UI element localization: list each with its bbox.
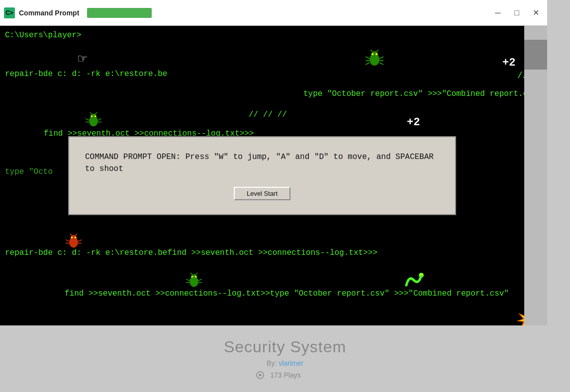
modal-message: COMMAND PROMPT OPEN: Press "W" to jump, … (85, 151, 439, 175)
close-button[interactable]: ✕ (528, 5, 543, 20)
title-bar-progress (87, 8, 152, 18)
scrollbar[interactable] (524, 0, 547, 325)
level-start-button[interactable]: Level Start (234, 187, 290, 200)
game-title: Security System (224, 338, 346, 356)
scrollbar-thumb[interactable] (524, 40, 547, 70)
minimize-button[interactable]: ─ (490, 5, 505, 20)
game-area: C:\Users\player> ☞ repair-bde c: d: -rk … (0, 26, 524, 325)
author-link[interactable]: vlarimer (279, 359, 303, 367)
title-bar-title: Command Prompt (19, 9, 79, 17)
svg-marker-53 (259, 374, 262, 377)
modal-box: COMMAND PROMPT OPEN: Press "W" to jump, … (68, 136, 456, 215)
play-icon (256, 371, 264, 379)
title-bar: C> Command Prompt ─ □ ✕ (0, 0, 547, 26)
modal-overlay: COMMAND PROMPT OPEN: Press "W" to jump, … (0, 26, 524, 325)
by-line: By: vlarimer (267, 359, 303, 367)
title-bar-controls: ─ □ ✕ (490, 5, 543, 20)
game-window: C> Command Prompt ─ □ ✕ C:\Users\player>… (0, 0, 547, 325)
by-label: By: (267, 359, 277, 367)
maximize-button[interactable]: □ (509, 5, 524, 20)
heart-icon: ♡ (307, 370, 314, 380)
bottom-section: Security System By: vlarimer 173 Plays ♡ (0, 325, 570, 392)
plays-count: 173 Plays (270, 371, 300, 379)
stats-line: 173 Plays ♡ (256, 370, 313, 380)
title-bar-icon: C> (4, 7, 15, 18)
